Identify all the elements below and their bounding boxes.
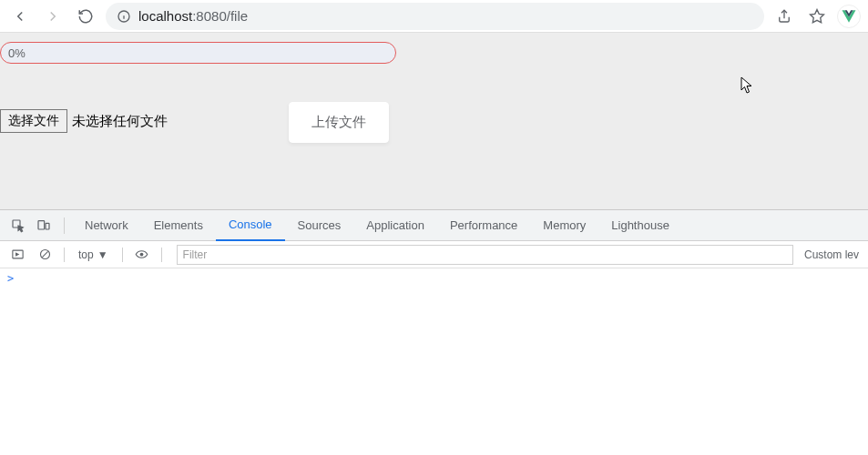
tab-network[interactable]: Network xyxy=(72,210,141,241)
divider xyxy=(64,217,65,234)
tab-performance[interactable]: Performance xyxy=(437,210,530,241)
divider xyxy=(64,248,65,262)
svg-marker-3 xyxy=(811,9,824,22)
tab-memory[interactable]: Memory xyxy=(530,210,598,241)
tab-elements[interactable]: Elements xyxy=(141,210,216,241)
console-prompt-caret: > xyxy=(7,272,14,285)
log-levels-label[interactable]: Custom lev xyxy=(804,248,863,261)
url-host: localhost xyxy=(138,8,192,24)
url-port: :8080 xyxy=(192,8,227,24)
console-filter-input[interactable] xyxy=(177,245,793,265)
svg-point-10 xyxy=(140,253,144,257)
tab-sources[interactable]: Sources xyxy=(285,210,354,241)
tab-application[interactable]: Application xyxy=(353,210,437,241)
url-path: /file xyxy=(227,8,248,24)
progress-text: 0% xyxy=(8,46,26,60)
url-text: localhost:8080/file xyxy=(138,8,248,24)
divider xyxy=(122,248,123,262)
upload-button[interactable]: 上传文件 xyxy=(289,102,389,143)
toggle-sidebar-icon[interactable] xyxy=(5,243,29,267)
inspect-element-icon[interactable] xyxy=(5,213,31,238)
devtools-panel: Network Elements Console Sources Applica… xyxy=(0,209,868,455)
no-file-label: 未选择任何文件 xyxy=(72,113,168,130)
console-toolbar: top ▼ Custom lev xyxy=(0,241,868,268)
share-icon[interactable] xyxy=(771,4,797,29)
divider xyxy=(161,248,162,262)
context-selector[interactable]: top ▼ xyxy=(72,248,115,262)
devtools-tabs: Network Elements Console Sources Applica… xyxy=(0,210,868,241)
tab-lighthouse[interactable]: Lighthouse xyxy=(598,210,682,241)
vue-extension-icon[interactable] xyxy=(837,5,861,28)
page-content: 0% 选择文件 未选择任何文件 上传文件 xyxy=(0,33,868,209)
bookmark-star-icon[interactable] xyxy=(804,4,830,29)
svg-line-9 xyxy=(42,251,47,257)
context-label: top xyxy=(78,248,94,261)
clear-console-icon[interactable] xyxy=(33,243,56,267)
back-button[interactable] xyxy=(7,4,33,29)
progress-bar: 0% xyxy=(0,42,396,64)
tab-console[interactable]: Console xyxy=(216,210,285,241)
console-output[interactable]: > xyxy=(0,268,868,455)
mouse-cursor-icon xyxy=(740,76,755,95)
choose-file-button[interactable]: 选择文件 xyxy=(0,109,67,133)
svg-rect-5 xyxy=(38,220,45,228)
address-bar[interactable]: localhost:8080/file xyxy=(106,3,764,30)
forward-button[interactable] xyxy=(40,4,66,29)
chevron-down-icon: ▼ xyxy=(97,248,108,261)
reload-button[interactable] xyxy=(73,4,98,29)
live-expression-icon[interactable] xyxy=(130,243,154,267)
svg-rect-6 xyxy=(46,223,49,229)
device-toolbar-icon[interactable] xyxy=(31,213,56,238)
browser-toolbar: localhost:8080/file xyxy=(0,0,868,33)
site-info-icon[interactable] xyxy=(117,9,131,24)
